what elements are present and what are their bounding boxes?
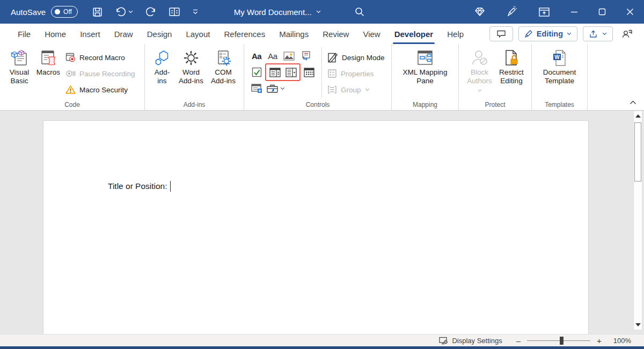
text-cursor [170, 181, 171, 192]
tab-file[interactable]: File [11, 25, 38, 43]
record-macro-button[interactable]: Record Macro [65, 49, 135, 66]
scrollbar-thumb[interactable] [634, 122, 641, 181]
plain-text-content-control-button[interactable]: Aa [265, 48, 281, 64]
date-picker-content-control-button[interactable] [301, 64, 317, 80]
macro-security-button[interactable]: Macro Security [65, 82, 135, 98]
word-addins-button[interactable]: Word Add-ins [175, 47, 207, 88]
properties-label: Properties [341, 70, 374, 78]
collapse-ribbon-icon[interactable] [630, 97, 636, 107]
group-addins: Add-ins Word Add-ins [145, 44, 244, 110]
document-page[interactable]: Title or Position: [43, 120, 589, 334]
comments-button[interactable] [489, 26, 513, 41]
group-label-code: Code [0, 101, 144, 108]
xml-mapping-pane-button[interactable]: XML Mapping Pane [397, 47, 453, 88]
document-text-line[interactable]: Title or Position: [108, 181, 171, 192]
tab-design[interactable]: Design [140, 25, 179, 43]
com-addins-button[interactable]: COM Add-ins [207, 47, 239, 88]
tab-references[interactable]: References [217, 25, 272, 43]
addins-hexagon-icon [153, 49, 171, 67]
zoom-in-button[interactable]: + [597, 337, 602, 345]
tab-developer[interactable]: Developer [387, 25, 441, 43]
zoom-slider[interactable] [527, 340, 590, 341]
properties-button[interactable]: Properties [327, 66, 385, 82]
redo-button[interactable] [145, 6, 157, 17]
group-mapping: XML Mapping Pane Mapping [392, 44, 459, 110]
autosave-label: AutoSave [11, 8, 46, 17]
display-settings-button[interactable]: Display Settings [439, 337, 502, 345]
macro-security-warning-icon [65, 85, 76, 94]
quick-access-table-icon[interactable] [169, 7, 180, 17]
save-icon[interactable] [92, 6, 103, 18]
record-macro-label: Record Macro [79, 54, 125, 62]
share-button[interactable] [583, 26, 613, 41]
autosave-toggle[interactable]: Off [51, 6, 78, 18]
status-bar: Display Settings – + 100% [0, 334, 644, 346]
macros-icon [40, 49, 57, 67]
display-settings-label: Display Settings [452, 337, 502, 345]
display-settings-icon [439, 337, 449, 345]
editing-mode-button[interactable]: Editing [518, 26, 577, 41]
document-template-icon: W [551, 49, 568, 67]
tab-review[interactable]: Review [316, 25, 356, 43]
repeating-section-icon [251, 84, 262, 93]
design-mode-button[interactable]: Design Mode [327, 49, 385, 66]
document-template-button[interactable]: W Document Template [538, 47, 581, 88]
date-picker-calendar-icon [304, 67, 314, 77]
search-icon[interactable] [354, 6, 365, 17]
restrict-editing-button[interactable]: Restrict Editing [496, 47, 527, 88]
combo-box-content-control-button[interactable] [267, 64, 283, 80]
word-window: AutoSave Off My Wor [0, 0, 644, 349]
restrict-editing-icon [503, 49, 520, 67]
titlebar-right-controls [464, 0, 644, 24]
building-block-gallery-control-button[interactable] [297, 48, 313, 64]
visual-basic-button[interactable]: Visual Basic [4, 47, 34, 88]
tab-layout[interactable]: Layout [179, 25, 217, 43]
close-button[interactable] [616, 0, 644, 24]
legacy-tools-button[interactable] [265, 81, 287, 96]
scroll-up-button[interactable] [634, 111, 642, 121]
ribbon-display-options-icon[interactable] [528, 0, 560, 24]
picture-content-control-button[interactable] [281, 48, 297, 64]
tab-help[interactable]: Help [440, 25, 471, 43]
undo-button[interactable] [115, 6, 133, 17]
maximize-button[interactable] [588, 0, 616, 24]
zoom-control: – + [516, 337, 602, 345]
document-title[interactable]: My Word Document... [234, 8, 321, 17]
premium-diamond-icon[interactable] [464, 0, 496, 24]
word-addins-label: Word Add-ins [176, 68, 206, 85]
zoom-slider-thumb[interactable] [560, 337, 564, 345]
macros-button[interactable]: Macros [34, 47, 62, 79]
dropdown-list-content-control-button[interactable] [283, 64, 299, 80]
group-protect: Block Authors Restrict Editing Protect [459, 44, 532, 110]
scroll-down-button[interactable] [634, 320, 642, 330]
block-authors-button[interactable]: Block Authors [463, 47, 496, 96]
checkbox-icon [252, 67, 262, 77]
tab-mailings[interactable]: Mailings [272, 25, 316, 43]
tab-draw[interactable]: Draw [107, 25, 140, 43]
highlight-rectangle [265, 63, 301, 81]
autosave-state: Off [63, 8, 72, 16]
editor-pen-icon[interactable] [496, 0, 528, 24]
addins-button[interactable]: Add-ins [149, 47, 175, 88]
minimize-button[interactable] [560, 0, 588, 24]
group-label-controls: Controls [244, 101, 391, 108]
editing-mode-label: Editing [537, 30, 563, 38]
zoom-out-button[interactable]: – [516, 337, 521, 345]
rich-text-content-control-button[interactable]: Aa [248, 48, 265, 64]
tab-insert[interactable]: Insert [73, 25, 107, 43]
group-button[interactable]: Group [327, 82, 385, 98]
zoom-level[interactable]: 100% [613, 337, 631, 345]
addins-label: Add-ins [152, 68, 172, 85]
customize-quick-access-toolbar-icon[interactable] [192, 9, 199, 14]
people-presence-icon[interactable] [618, 28, 636, 39]
visual-basic-icon [10, 49, 28, 67]
tab-view[interactable]: View [356, 25, 387, 43]
macros-label: Macros [36, 68, 60, 77]
vertical-scrollbar[interactable] [633, 111, 642, 330]
block-authors-icon [471, 49, 489, 67]
checkbox-content-control-button[interactable] [248, 64, 265, 80]
xml-mapping-pane-icon [416, 49, 434, 67]
pause-recording-button[interactable]: Pause Recording [65, 66, 135, 82]
tab-home[interactable]: Home [38, 25, 73, 43]
repeating-section-content-control-button[interactable] [248, 81, 265, 96]
